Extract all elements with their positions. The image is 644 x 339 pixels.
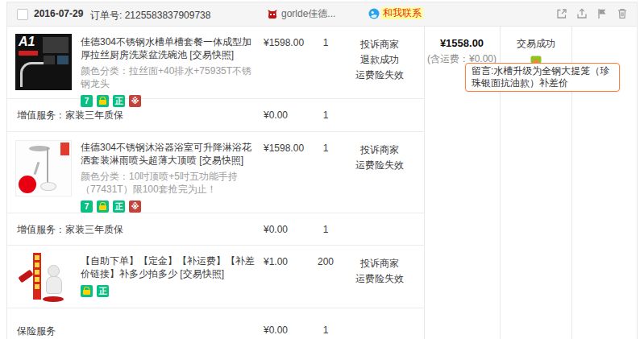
item-quantity: 1 (301, 325, 350, 336)
wangwang-chat-icon (368, 8, 380, 19)
service-label: 保险服务 (17, 325, 56, 338)
refund-success-link[interactable]: 退款成功 (346, 52, 413, 68)
order-header: 2016-07-29 订单号: 2125583837909738 gorlde佳… (7, 2, 637, 27)
order-status-link[interactable]: 交易成功 (501, 37, 571, 51)
contact-seller-button[interactable]: 和我联系 (368, 7, 423, 19)
service-badges: 正 (81, 285, 261, 297)
delete-icon[interactable] (616, 7, 629, 20)
complain-seller-link[interactable]: 投诉商家 (346, 256, 413, 271)
item-quantity: 1 (301, 37, 350, 48)
authentic-badge-icon: 正 (97, 285, 109, 297)
item-quantity: 1 (301, 224, 350, 235)
product-info: 佳德304不锈钢沐浴器浴室可升降淋浴花洒套装淋雨喷头超薄大顶喷 [交易快照] 颜… (81, 141, 261, 213)
red-service-badge-icon: ※ (129, 201, 141, 213)
product-row-2: 佳德304不锈钢沐浴器浴室可升降淋浴花洒套装淋雨喷头超薄大顶喷 [交易快照] 颜… (7, 132, 424, 213)
moneyback-bag-badge-icon (81, 285, 93, 297)
product-info: 佳德304不锈钢水槽单槽套餐一体成型加厚拉丝厨房洗菜盆洗碗池 [交易快照] 颜色… (81, 35, 261, 107)
product-thumbnail[interactable]: A1 (15, 34, 72, 90)
service-row-1: 增值服务：家装三年质保 ¥0.00 1 (7, 99, 424, 132)
order-card: 2016-07-29 订单号: 2125583837909738 gorlde佳… (6, 2, 638, 339)
shipping-insurance-expired-link[interactable]: 运费险失效 (346, 271, 413, 287)
order-checkbox[interactable] (17, 9, 28, 20)
item-actions: 投诉商家 退款成功 运费险失效 (346, 37, 413, 83)
tmall-shop-icon (267, 9, 278, 19)
item-price: ¥0.00 (264, 224, 288, 235)
product-sku: 颜色分类：10吋顶喷+5吋五功能手持（77431T）限100套抢完为止！ (81, 170, 261, 196)
product-image-text: A1 (19, 35, 35, 49)
order-total: ¥1558.00 (424, 37, 500, 49)
complain-seller-link[interactable]: 投诉商家 (346, 143, 413, 158)
product-info: 【自助下单】【定金】【补运费】【补差价链接】补多少拍多少 [交易快照] 正 (81, 254, 261, 297)
service-row-2: 增值服务：家装三年质保 ¥0.00 1 (7, 213, 424, 246)
item-quantity: 1 (301, 110, 350, 121)
seller-link[interactable]: gorlde佳德... (267, 7, 335, 21)
service-badges: 7 正 ※ (81, 201, 261, 213)
product-thumbnail[interactable] (15, 140, 72, 196)
authentic-badge-icon: 正 (113, 201, 125, 213)
order-number: 订单号: 2125583837909738 (90, 9, 210, 23)
export-icon[interactable] (575, 7, 588, 20)
product-row-3: 【自助下单】【定金】【补运费】【补差价链接】补多少拍多少 [交易快照] 正 ¥1… (7, 246, 424, 308)
seller-name: gorlde佳德... (281, 7, 335, 21)
product-row-1: A1 佳德304不锈钢水槽单槽套餐一体成型加厚拉丝厨房洗菜盆洗碗池 [交易快照]… (7, 27, 424, 99)
contact-seller-label: 和我联系 (381, 7, 423, 19)
order-date: 2016-07-29 (34, 8, 83, 19)
header-toolbar (555, 7, 629, 20)
shipping-insurance-expired-link[interactable]: 运费险失效 (346, 158, 413, 173)
item-price: ¥1598.00 (264, 37, 304, 48)
seven-day-return-badge-icon: 7 (81, 201, 93, 213)
item-quantity: 200 (301, 256, 350, 267)
item-price: ¥1598.00 (264, 143, 304, 154)
service-row-3: 保险服务 ¥0.00 1 (7, 308, 424, 339)
item-price: ¥0.00 (264, 110, 288, 121)
order-items-table: A1 佳德304不锈钢水槽单槽套餐一体成型加厚拉丝厨房洗菜盆洗碗池 [交易快照]… (7, 27, 425, 339)
service-label: 增值服务：家装三年质保 (17, 222, 123, 236)
flag-icon[interactable] (596, 7, 609, 20)
product-thumbnail[interactable] (15, 252, 69, 304)
share-icon[interactable] (555, 7, 568, 20)
item-quantity: 1 (301, 143, 350, 154)
shipping-insurance-expired-link[interactable]: 运费险失效 (346, 68, 413, 83)
item-actions: 投诉商家 运费险失效 (346, 143, 413, 173)
item-price: ¥1.00 (264, 256, 288, 267)
item-price: ¥0.00 (264, 325, 288, 336)
service-label: 增值服务：家装三年质保 (17, 109, 123, 122)
moneyback-bag-badge-icon (97, 201, 109, 213)
product-title-link[interactable]: 【自助下单】【定金】【补运费】【补差价链接】补多少拍多少 [交易快照] (81, 254, 261, 280)
memo-tooltip: 留言:水槽升级为全钢大提笼（珍珠银面抗油款）补差价 (465, 63, 620, 92)
complain-seller-link[interactable]: 投诉商家 (346, 37, 413, 52)
item-actions: 投诉商家 运费险失效 (346, 256, 413, 287)
memo-text: 留言:水槽升级为全钢大提笼（珍珠银面抗油款）补差价 (472, 65, 609, 89)
product-title-link[interactable]: 佳德304不锈钢水槽单槽套餐一体成型加厚拉丝厨房洗菜盆洗碗池 [交易快照] (81, 35, 261, 61)
product-title-link[interactable]: 佳德304不锈钢沐浴器浴室可升降淋浴花洒套装淋雨喷头超薄大顶喷 [交易快照] (81, 141, 261, 167)
product-sku: 颜色分类：拉丝面+40排水+75935T不锈钢龙头 (81, 64, 261, 90)
